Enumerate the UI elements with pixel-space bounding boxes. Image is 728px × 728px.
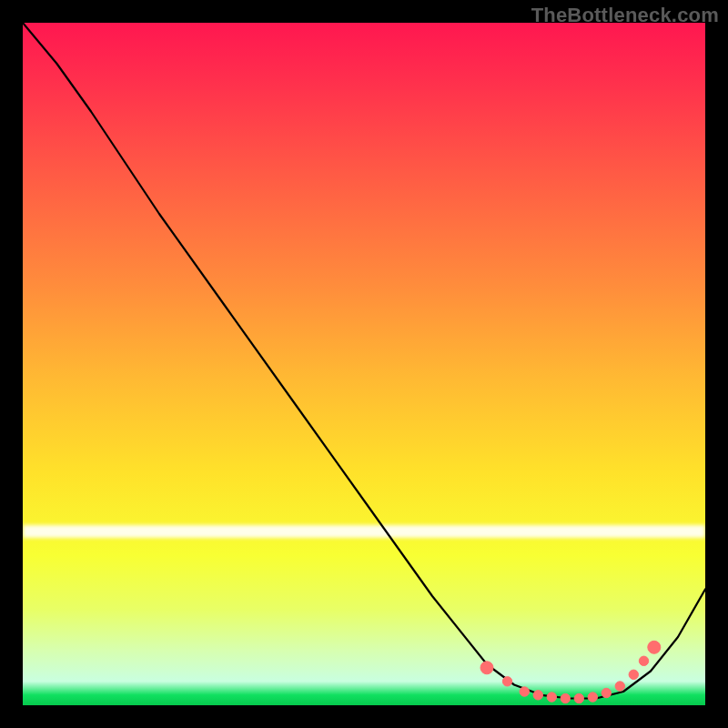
marker-dot xyxy=(629,670,638,679)
optimal-range-markers xyxy=(480,641,661,703)
marker-dot xyxy=(615,682,624,691)
marker-dot xyxy=(588,693,597,702)
marker-dot xyxy=(639,656,648,665)
marker-dot xyxy=(502,677,511,686)
bottleneck-curve xyxy=(23,23,705,699)
marker-dot xyxy=(561,693,570,703)
marker-dot xyxy=(533,691,542,700)
marker-dot xyxy=(574,693,583,703)
plot-area xyxy=(23,23,705,705)
chart-frame: TheBottleneck.com xyxy=(0,0,728,728)
marker-dot xyxy=(547,693,556,702)
chart-overlay xyxy=(23,23,705,705)
marker-dot xyxy=(480,662,493,674)
marker-dot xyxy=(648,641,661,653)
marker-dot xyxy=(520,687,529,696)
watermark-text: TheBottleneck.com xyxy=(531,4,719,27)
marker-dot xyxy=(602,688,611,697)
